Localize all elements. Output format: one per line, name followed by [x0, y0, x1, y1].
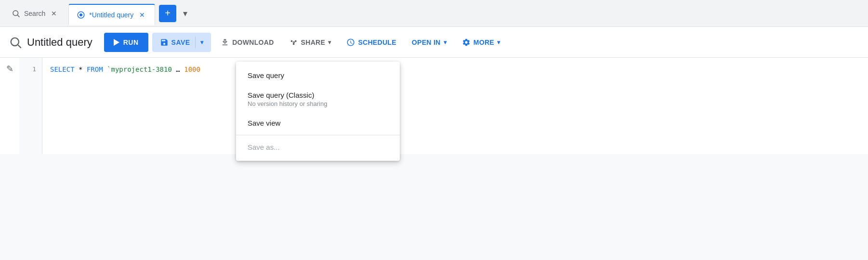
- download-label: DOWNLOAD: [232, 39, 274, 46]
- run-icon: [114, 39, 119, 46]
- save-dropdown-menu: Save query Save query (Classic) No versi…: [236, 62, 400, 161]
- share-label: SHARE: [301, 39, 326, 46]
- gear-icon: [462, 38, 471, 47]
- schedule-icon: [346, 38, 355, 47]
- schedule-label: SCHEDULE: [358, 39, 396, 46]
- edit-icon-area: ✎: [0, 58, 19, 154]
- tab-query-label: *Untitled query: [89, 11, 133, 19]
- tab-actions: + ▾: [159, 5, 192, 22]
- code-editor[interactable]: SELECT * FROM `myproject1-3810 … 1000: [42, 58, 868, 154]
- new-tab-button[interactable]: +: [159, 5, 176, 22]
- save-query-classic-item[interactable]: Save query (Classic) No version history …: [236, 85, 400, 113]
- code-from-keyword: FROM: [87, 65, 103, 73]
- save-query-item[interactable]: Save query: [236, 65, 400, 85]
- editor-area: ✎ 1 SELECT * FROM `myproject1-3810 … 100…: [0, 58, 868, 154]
- code-table-ref: `myproject1-3810: [107, 65, 172, 73]
- tab-search[interactable]: Search ✕: [4, 4, 66, 23]
- save-as-item: Save as...: [236, 137, 400, 157]
- tab-untitled-query[interactable]: *Untitled query ✕: [68, 4, 155, 25]
- tab-dropdown-arrow-icon: ▾: [183, 8, 187, 19]
- run-button[interactable]: RUN: [104, 33, 148, 52]
- open-in-arrow-icon: ▾: [444, 39, 447, 46]
- more-label: MORE: [473, 39, 494, 46]
- query-icon: [77, 11, 85, 19]
- page-search-icon: [8, 35, 23, 50]
- save-button[interactable]: SAVE ▾: [152, 33, 211, 52]
- tab-bar: Search ✕ *Untitled query ✕ + ▾: [0, 0, 868, 27]
- save-icon: [160, 38, 169, 47]
- code-star: *: [79, 65, 87, 73]
- share-button[interactable]: SHARE ▾: [284, 33, 337, 52]
- tab-search-close[interactable]: ✕: [49, 9, 59, 18]
- pencil-icon[interactable]: ✎: [6, 64, 13, 74]
- code-ellipsis: …: [176, 65, 180, 73]
- save-label: SAVE: [171, 39, 190, 46]
- save-query-classic-sublabel: No version history or sharing: [248, 100, 388, 107]
- toolbar: Untitled query RUN SAVE ▾ DOWNLOAD SHARE…: [0, 27, 868, 58]
- code-select-keyword: SELECT: [50, 65, 75, 73]
- code-limit-number: 1000: [184, 65, 200, 73]
- save-view-label: Save view: [248, 119, 388, 127]
- page-title: Untitled query: [27, 36, 92, 49]
- download-icon: [221, 38, 229, 47]
- tab-query-close[interactable]: ✕: [137, 10, 147, 20]
- run-label: RUN: [123, 39, 139, 46]
- line-number-1: 1: [19, 64, 42, 75]
- download-button[interactable]: DOWNLOAD: [215, 33, 279, 52]
- share-icon: [289, 38, 298, 47]
- tab-dropdown-button[interactable]: ▾: [178, 7, 192, 20]
- svg-point-0: [13, 11, 18, 16]
- search-icon: [12, 9, 20, 18]
- share-arrow-icon: ▾: [328, 39, 331, 46]
- open-in-button[interactable]: OPEN IN ▾: [406, 33, 452, 52]
- more-arrow-icon: ▾: [497, 39, 500, 46]
- save-view-item[interactable]: Save view: [236, 113, 400, 133]
- more-button[interactable]: MORE ▾: [456, 33, 506, 52]
- svg-line-1: [17, 15, 19, 17]
- svg-point-4: [11, 38, 19, 45]
- save-query-label: Save query: [248, 71, 388, 79]
- open-in-label: OPEN IN: [412, 39, 441, 46]
- svg-line-5: [18, 45, 21, 48]
- save-menu-divider: [236, 135, 400, 135]
- schedule-button[interactable]: SCHEDULE: [341, 33, 402, 52]
- save-dropdown-arrow-icon[interactable]: ▾: [200, 39, 204, 46]
- save-query-classic-label: Save query (Classic): [248, 91, 388, 99]
- svg-point-3: [79, 13, 82, 16]
- new-tab-icon: +: [165, 8, 171, 19]
- save-as-label: Save as...: [248, 143, 388, 151]
- save-divider: [195, 37, 196, 48]
- line-gutter: 1: [19, 58, 42, 154]
- tab-search-label: Search: [24, 10, 45, 17]
